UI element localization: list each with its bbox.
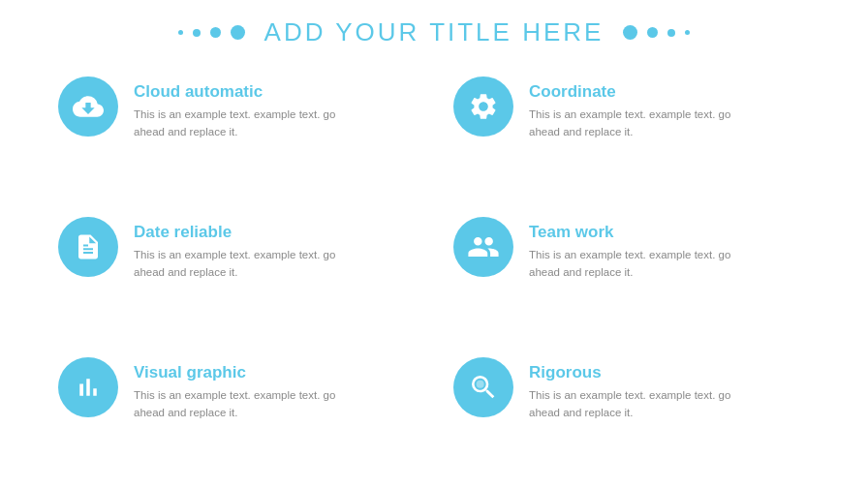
page-title: ADD YOUR TITLE HERE: [264, 17, 604, 47]
coordinate-text: Coordinate This is an example text. exam…: [529, 76, 742, 141]
chart-icon: [74, 373, 103, 402]
page: ADD YOUR TITLE HERE Cloud automatic This…: [0, 0, 868, 488]
feature-cloud: Cloud automatic This is an example text.…: [58, 67, 415, 198]
team-icon: [467, 230, 500, 263]
coordinate-icon-circle: [453, 76, 513, 137]
feature-coordinate: Coordinate This is an example text. exam…: [453, 67, 810, 198]
document-icon: [74, 232, 103, 261]
feature-team: Team work This is an example text. examp…: [453, 207, 810, 338]
rigorous-title: Rigorous: [529, 363, 742, 382]
dot-left-4: [231, 25, 245, 40]
coordinate-desc: This is an example text. example text. g…: [529, 107, 742, 141]
visual-desc: This is an example text. example text. g…: [134, 387, 347, 422]
date-title: Date reliable: [134, 223, 347, 242]
visual-icon-circle: [58, 357, 118, 417]
cloud-desc: This is an example text. example text. g…: [134, 107, 347, 141]
cloud-icon-circle: [58, 76, 118, 137]
header: ADD YOUR TITLE HERE: [0, 0, 868, 57]
gear-icon: [468, 91, 499, 122]
svg-point-0: [477, 381, 484, 388]
dots-left: [178, 25, 245, 40]
dot-left-2: [193, 29, 201, 37]
coordinate-title: Coordinate: [529, 82, 742, 102]
cloud-title: Cloud automatic: [134, 82, 347, 102]
visual-text: Visual graphic This is an example text. …: [134, 357, 347, 422]
team-desc: This is an example text. example text. g…: [529, 247, 742, 282]
search-icon: [468, 372, 499, 403]
team-text: Team work This is an example text. examp…: [529, 217, 742, 282]
dot-left-3: [210, 27, 221, 38]
features-grid: Cloud automatic This is an example text.…: [0, 57, 868, 488]
rigorous-icon-circle: [453, 357, 513, 417]
rigorous-text: Rigorous This is an example text. exampl…: [529, 357, 742, 422]
date-text: Date reliable This is an example text. e…: [134, 217, 347, 282]
dot-right-3: [667, 29, 675, 37]
team-icon-circle: [453, 217, 513, 277]
feature-date: Date reliable This is an example text. e…: [58, 207, 415, 338]
cloud-text: Cloud automatic This is an example text.…: [134, 76, 347, 141]
dots-right: [623, 25, 690, 40]
visual-title: Visual graphic: [134, 363, 347, 382]
dot-right-1: [623, 25, 637, 40]
date-desc: This is an example text. example text. g…: [134, 247, 347, 282]
date-icon-circle: [58, 217, 118, 277]
feature-visual: Visual graphic This is an example text. …: [58, 348, 415, 478]
team-title: Team work: [529, 223, 742, 242]
rigorous-desc: This is an example text. example text. g…: [529, 387, 742, 422]
dot-right-4: [685, 30, 690, 35]
cloud-download-icon: [73, 91, 104, 122]
dot-left-1: [178, 30, 183, 35]
dot-right-2: [647, 27, 658, 38]
feature-rigorous: Rigorous This is an example text. exampl…: [453, 348, 810, 478]
